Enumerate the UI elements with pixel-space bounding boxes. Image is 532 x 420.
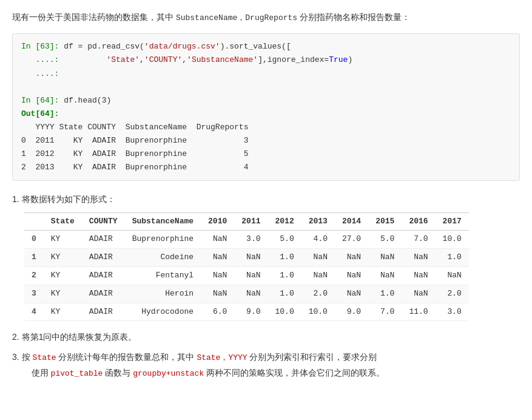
cell-2010: 6.0 <box>201 303 234 321</box>
cell-state: KY <box>44 285 82 303</box>
section1-label: 将数据转为如下的形式： <box>22 192 115 207</box>
col-header-2012: 2012 <box>268 212 301 231</box>
code-block-63-64: In [63]: df = pd.read_csv('data/drugs.cs… <box>12 33 520 181</box>
col-header-2011: 2011 <box>234 212 268 231</box>
cell-substancename: Codeine <box>125 249 201 267</box>
cell-2016: NaN <box>402 285 435 303</box>
section3-text: 按 State 分别统计每年的报告数量总和，其中 State，YYYY 分别为列… <box>22 350 385 381</box>
section3-line2-after: 两种不同的策略实现，并体会它们之间的联系。 <box>204 368 385 378</box>
cell-county: ADAIR <box>82 231 125 249</box>
section3-indent <box>22 368 32 378</box>
col-header-substancename: SubstanceName <box>125 212 201 231</box>
cell-2016: NaN <box>402 266 435 285</box>
col-header-idx <box>24 212 44 231</box>
cell-idx: 3 <box>24 285 44 303</box>
cell-idx: 2 <box>24 266 44 285</box>
cell-2012: 1.0 <box>268 266 301 285</box>
cell-2017: 10.0 <box>436 231 469 249</box>
table-row: 4KYADAIRHydrocodone6.09.010.010.09.07.01… <box>24 303 469 321</box>
cell-2015: 1.0 <box>368 285 402 303</box>
cell-2016: 7.0 <box>402 231 435 249</box>
cell-state: KY <box>44 231 82 249</box>
cell-county: ADAIR <box>82 303 125 321</box>
cell-2012: 10.0 <box>268 303 301 321</box>
cell-2012: 1.0 <box>268 285 301 303</box>
cell-idx: 1 <box>24 249 44 267</box>
section3-code1: State <box>33 353 56 362</box>
cell-2015: 5.0 <box>368 231 402 249</box>
pivot-table-wrap: State COUNTY SubstanceName 2010 2011 201… <box>24 212 520 322</box>
cell-2011: NaN <box>234 249 268 267</box>
section3-line1-after: 分别为列索引和行索引，要求分别 <box>247 352 377 362</box>
section3-line2: 使用 <box>32 368 51 378</box>
section3-number: 3. <box>12 350 19 381</box>
code-out-header: YYYY State COUNTY SubstanceName DrugRepo… <box>21 121 511 134</box>
code-line-blank <box>21 81 511 94</box>
code-line-1: In [63]: df = pd.read_csv('data/drugs.cs… <box>21 40 511 53</box>
col-header-2015: 2015 <box>368 212 402 231</box>
cell-2010: NaN <box>201 266 234 285</box>
col-header-2016: 2016 <box>402 212 435 231</box>
cell-2014: NaN <box>335 249 368 267</box>
cell-2010: NaN <box>201 231 234 249</box>
cell-2013: 2.0 <box>301 285 335 303</box>
cell-2011: NaN <box>234 285 268 303</box>
section3-container: 3. 按 State 分别统计每年的报告数量总和，其中 State，YYYY 分… <box>12 350 520 381</box>
cell-2012: 1.0 <box>268 249 301 267</box>
col-header-2017: 2017 <box>436 212 469 231</box>
cell-state: KY <box>44 249 82 267</box>
cell-2016: NaN <box>402 249 435 267</box>
cell-2012: 5.0 <box>268 231 301 249</box>
cell-state: KY <box>44 303 82 321</box>
cell-2017: NaN <box>436 266 469 285</box>
col-header-2014: 2014 <box>335 212 368 231</box>
table-header-row: State COUNTY SubstanceName 2010 2011 201… <box>24 212 469 231</box>
table-row: 3KYADAIRHeroinNaNNaN1.02.0NaN1.0NaN2.0 <box>24 285 469 303</box>
section1-container: 1. 将数据转为如下的形式： <box>12 192 520 207</box>
cell-2011: 9.0 <box>234 303 268 321</box>
cell-2017: 1.0 <box>436 249 469 267</box>
cell-idx: 4 <box>24 303 44 321</box>
cell-2017: 2.0 <box>436 285 469 303</box>
section3-code4: groupby+unstack <box>133 369 204 378</box>
cell-2014: 9.0 <box>335 303 368 321</box>
col-header-state: State <box>44 212 82 231</box>
cell-2011: NaN <box>234 266 268 285</box>
cell-county: ADAIR <box>82 249 125 267</box>
cell-2014: 27.0 <box>335 231 368 249</box>
section3-line2-mid: 函数与 <box>103 368 133 378</box>
section3-code2: State，YYYY <box>197 353 247 362</box>
intro-paragraph: 现有一份关于美国非法药物的数据集，其中 SubstanceName，DrugRe… <box>12 10 520 25</box>
col-header-2013: 2013 <box>301 212 335 231</box>
cell-substancename: Buprenorphine <box>125 231 201 249</box>
cell-2013: 4.0 <box>301 231 335 249</box>
cell-2010: NaN <box>201 285 234 303</box>
cell-idx: 0 <box>24 231 44 249</box>
section3-line1-mid: 分别统计每年的报告数量总和，其中 <box>56 352 197 362</box>
cell-state: KY <box>44 266 82 285</box>
cell-2013: 10.0 <box>301 303 335 321</box>
cell-2010: NaN <box>201 249 234 267</box>
cell-county: ADAIR <box>82 285 125 303</box>
cell-county: ADAIR <box>82 266 125 285</box>
cell-2015: 7.0 <box>368 303 402 321</box>
cell-2015: NaN <box>368 266 402 285</box>
code-out-prompt: Out[64]: <box>21 107 511 121</box>
table-row: 0KYADAIRBuprenorphineNaN3.05.04.027.05.0… <box>24 231 469 249</box>
table-row: 1KYADAIRCodeineNaNNaN1.0NaNNaNNaNNaN1.0 <box>24 249 469 267</box>
section2-container: 2. 将第1问中的结果恢复为原表。 <box>12 330 520 345</box>
section1-number: 1. <box>12 192 19 207</box>
code-line-3: ....: <box>21 67 511 81</box>
code-out-row0: 0 2011 KY ADAIR Buprenorphine 3 <box>21 134 511 147</box>
cell-substancename: Hydrocodone <box>125 303 201 321</box>
pivot-table: State COUNTY SubstanceName 2010 2011 201… <box>24 212 469 322</box>
section2-number: 2. <box>12 330 19 345</box>
cell-2013: NaN <box>301 249 335 267</box>
col-header-county: COUNTY <box>82 212 125 231</box>
section2-label: 将第1问中的结果恢复为原表。 <box>22 330 137 345</box>
intro-text-after: 分别指药物名称和报告数量： <box>297 12 410 22</box>
code-out-row2: 2 2013 KY ADAIR Buprenorphine 4 <box>21 161 511 174</box>
code-line-4: In [64]: df.head(3) <box>21 94 511 107</box>
cell-substancename: Fentanyl <box>125 266 201 285</box>
section3-line1-before: 按 <box>22 352 33 362</box>
